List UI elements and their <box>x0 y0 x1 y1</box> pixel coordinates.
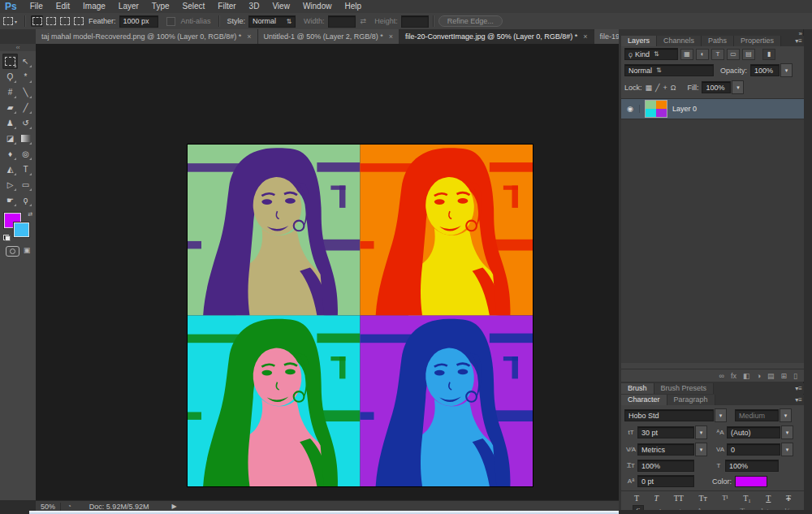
menu-view[interactable]: View <box>266 0 296 13</box>
document-tab-1[interactable]: taj mahal model-Recovered.png @ 100% (La… <box>36 29 258 44</box>
filter-type-icon-3[interactable]: ▭ <box>727 49 740 60</box>
anti-alias-checkbox[interactable] <box>166 17 175 26</box>
document-image[interactable] <box>188 145 533 486</box>
lock-all-icon[interactable]: Ω <box>671 84 676 92</box>
intersect-selection-button[interactable] <box>72 15 84 27</box>
layers-tab-channels[interactable]: Channels <box>657 36 702 46</box>
swap-dimensions-icon[interactable]: ⇄ <box>361 17 367 25</box>
menu-filter[interactable]: Filter <box>211 0 242 13</box>
opacity-dropdown-arrow[interactable]: ▾ <box>780 63 793 77</box>
font-family-field[interactable]: Hobo Std <box>624 409 714 421</box>
close-icon[interactable]: × <box>583 32 587 41</box>
layer-filter-dropdown[interactable]: ϙ Kind ⇅ <box>624 48 678 60</box>
document-tab-2[interactable]: Untitled-1 @ 50% (Layer 2, RGB/8) *× <box>258 29 400 44</box>
pen-tool[interactable]: ◭ <box>2 162 18 177</box>
layer-group-icon[interactable]: ▤ <box>767 372 775 380</box>
lock-position-icon[interactable]: + <box>663 84 667 92</box>
layer-filter-toggle[interactable]: ▮ <box>762 49 775 60</box>
status-menu-arrow-icon[interactable]: ▶ <box>160 503 176 510</box>
panel-menu-icon[interactable]: ▾≡ <box>795 37 802 45</box>
brush-tab-brush[interactable]: Brush <box>621 383 654 394</box>
menu-window[interactable]: Window <box>296 0 339 13</box>
rectangle-tool[interactable]: ▭ <box>18 177 33 192</box>
zoom-level-field[interactable]: 50% <box>36 503 61 511</box>
screen-mode-button[interactable]: ▣ <box>24 246 31 257</box>
layer-effects-icon[interactable]: fx <box>731 372 736 380</box>
font-style-dropdown-arrow[interactable]: ▾ <box>780 408 792 422</box>
faux-bold-button[interactable]: T <box>633 494 641 503</box>
font-size-field[interactable]: 30 pt <box>637 426 694 438</box>
filter-type-icon-0[interactable]: ▦ <box>680 49 693 60</box>
path-selection-tool[interactable]: ▷ <box>2 177 18 192</box>
tool-preset-picker[interactable]: ▾ <box>0 17 20 25</box>
delete-layer-icon[interactable]: ▯ <box>793 372 797 380</box>
baseline-shift-field[interactable]: 0 pt <box>637 475 694 487</box>
eraser-tool[interactable]: ◪ <box>2 131 18 146</box>
spot-healing-brush-tool[interactable]: ▰ <box>2 100 18 115</box>
clone-stamp-tool[interactable]: ♟ <box>2 115 18 131</box>
layer-visibility-eye-icon[interactable]: ◉ <box>621 105 640 113</box>
close-icon[interactable]: × <box>247 32 251 41</box>
hand-tool[interactable]: ☛ <box>2 192 18 208</box>
menu-layer[interactable]: Layer <box>112 0 145 13</box>
kerning-dropdown-arrow[interactable]: ▾ <box>695 443 707 456</box>
link-layers-icon[interactable]: ∞ <box>719 372 724 380</box>
menu-3d[interactable]: 3D <box>243 0 266 13</box>
history-brush-tool[interactable]: ↺ <box>18 115 33 131</box>
style-dropdown[interactable]: Normal⇅ <box>248 15 296 28</box>
superscript-button[interactable]: T¹ <box>720 495 729 502</box>
small-caps-button[interactable]: Tᴛ <box>697 494 708 503</box>
filter-type-icon-2[interactable]: T <box>711 49 724 60</box>
horizontal-scale-field[interactable]: 100% <box>725 460 779 472</box>
brush-tool[interactable]: ╱ <box>18 100 33 115</box>
underline-button[interactable]: T <box>764 494 772 503</box>
feather-input[interactable]: 1000 px <box>119 15 158 28</box>
crop-tool[interactable]: # <box>2 84 18 100</box>
menu-file[interactable]: File <box>24 0 50 13</box>
text-color-swatch[interactable] <box>735 476 767 487</box>
leading-dropdown-arrow[interactable]: ▾ <box>781 425 793 439</box>
layer-thumbnail[interactable] <box>645 100 667 118</box>
gradient-tool[interactable] <box>18 131 33 146</box>
strikethrough-button[interactable]: Ŧ <box>784 494 793 503</box>
layer-name[interactable]: Layer 0 <box>672 105 697 113</box>
panel-menu-icon[interactable]: ▾≡ <box>795 396 802 404</box>
zoom-tool[interactable]: ϙ <box>18 192 33 208</box>
brush-tab-brush-presets[interactable]: Brush Presets <box>654 383 715 394</box>
kerning-field[interactable]: Metrics <box>637 443 694 456</box>
menu-type[interactable]: Type <box>145 0 176 13</box>
fill-field[interactable]: 100% <box>702 81 731 93</box>
lasso-tool[interactable]: Ϙ <box>2 69 18 84</box>
width-input[interactable] <box>328 15 356 28</box>
quick-selection-tool[interactable]: * <box>18 69 33 84</box>
menu-image[interactable]: Image <box>76 0 112 13</box>
new-layer-icon[interactable]: ⊞ <box>781 372 788 380</box>
collapse-toolbar-icon[interactable]: ‹‹ <box>0 44 36 51</box>
layers-tab-layers[interactable]: Layers <box>621 36 657 46</box>
all-caps-button[interactable]: TT <box>672 494 685 503</box>
fill-dropdown-arrow[interactable]: ▾ <box>732 80 744 94</box>
subscript-button[interactable]: T₁ <box>741 494 753 503</box>
blur-tool[interactable]: ♦ <box>2 146 18 162</box>
document-tab-3[interactable]: file-20-ConvertImage.jpg @ 50% (Layer 0,… <box>400 29 594 44</box>
layer-row[interactable]: ◉ Layer 0 <box>621 99 804 119</box>
layers-tab-paths[interactable]: Paths <box>702 36 734 46</box>
canvas-area[interactable] <box>36 44 619 500</box>
font-family-dropdown-arrow[interactable]: ▾ <box>715 408 727 422</box>
character-tab-paragraph[interactable]: Paragraph <box>667 395 715 405</box>
panel-menu-icon[interactable]: ▾≡ <box>795 385 802 392</box>
blend-mode-dropdown[interactable]: Normal ⇅ <box>624 64 714 76</box>
vertical-scale-field[interactable]: 100% <box>637 460 694 472</box>
dodge-tool[interactable]: ◎ <box>18 146 33 162</box>
move-tool[interactable]: ↖ <box>18 54 33 69</box>
menu-edit[interactable]: Edit <box>50 0 76 13</box>
lock-pixels-icon[interactable]: ╱ <box>655 84 659 92</box>
refine-edge-button[interactable]: Refine Edge... <box>438 15 503 27</box>
default-colors-icon[interactable] <box>3 235 11 241</box>
type-tool[interactable]: T <box>18 162 33 177</box>
menu-select[interactable]: Select <box>176 0 212 13</box>
swap-colors-icon[interactable]: ⇄ <box>28 211 32 218</box>
menu-help[interactable]: Help <box>338 0 368 13</box>
character-tab-character[interactable]: Character <box>621 395 667 405</box>
rectangular-marquee-tool[interactable] <box>2 54 18 69</box>
